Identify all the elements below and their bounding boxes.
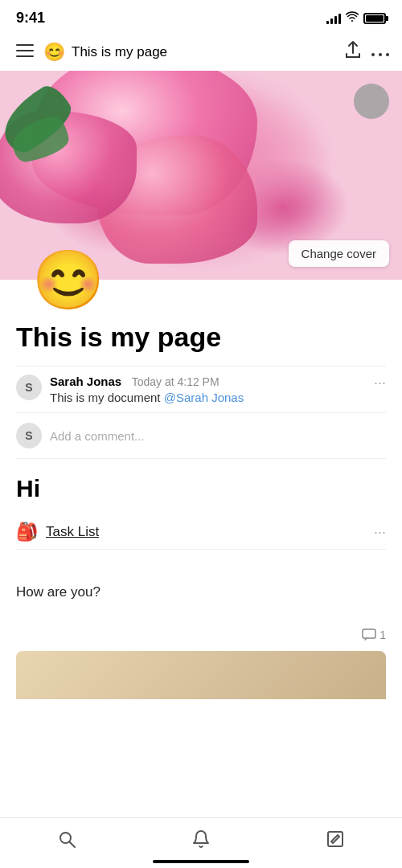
- notifications-nav-item[interactable]: [191, 829, 211, 849]
- task-label[interactable]: Task List: [46, 524, 99, 540]
- comment-more-icon[interactable]: ···: [374, 375, 386, 391]
- comment-icon: [362, 628, 376, 641]
- more-options-icon[interactable]: [371, 43, 389, 61]
- page-title-large: This is my page: [16, 321, 386, 353]
- status-icons: [326, 11, 386, 25]
- task-more-icon[interactable]: ···: [374, 524, 386, 541]
- top-nav: 😊 This is my page: [0, 33, 402, 71]
- comment-count-row: 1: [16, 622, 386, 648]
- task-list-item[interactable]: 🎒 Task List ···: [16, 515, 386, 550]
- page-emoji-nav: 😊: [43, 42, 65, 63]
- edit-nav-item[interactable]: [326, 829, 345, 849]
- comment-text: This is my document: [50, 391, 161, 404]
- author-info: Sarah Jonas Today at 4:12 PM This is my …: [50, 375, 386, 404]
- change-cover-button[interactable]: Change cover: [289, 240, 389, 267]
- add-comment-row[interactable]: S Add a comment...: [16, 412, 386, 459]
- comment-count: 1: [379, 628, 386, 641]
- share-icon[interactable]: [344, 40, 362, 63]
- page-content-area: 😊 This is my page S Sarah Jonas Today at…: [0, 248, 402, 699]
- svg-point-5: [386, 53, 389, 56]
- svg-rect-2: [16, 55, 34, 57]
- svg-point-4: [379, 53, 382, 56]
- svg-rect-1: [16, 50, 34, 51]
- mention-tag: @Sarah Jonas: [164, 391, 244, 404]
- home-indicator: [153, 860, 249, 863]
- bell-icon: [191, 829, 211, 849]
- nav-actions: [344, 40, 389, 63]
- task-emoji: 🎒: [16, 522, 38, 542]
- page-title-nav: This is my page: [72, 44, 344, 60]
- content-body: Hi 🎒 Task List ··· How are you? 1: [16, 459, 386, 699]
- add-comment-placeholder[interactable]: Add a comment...: [50, 429, 145, 443]
- comment-avatar: S: [16, 423, 42, 448]
- svg-rect-9: [328, 832, 343, 846]
- page-emoji-large: 😊: [32, 248, 96, 312]
- search-icon: [57, 829, 76, 849]
- body-text: How are you?: [16, 582, 386, 603]
- hamburger-menu-icon[interactable]: [13, 39, 37, 64]
- preview-strip: [16, 651, 386, 699]
- status-time: 9:41: [16, 10, 45, 27]
- wifi-icon: [346, 11, 359, 25]
- search-nav-item[interactable]: [57, 829, 76, 849]
- svg-rect-6: [363, 629, 375, 638]
- battery-icon: [363, 13, 386, 24]
- author-comment: This is my document @Sarah Jonas: [50, 391, 386, 404]
- svg-rect-0: [16, 44, 34, 46]
- author-name: Sarah Jonas: [50, 375, 121, 388]
- status-bar: 9:41: [0, 0, 402, 33]
- author-timestamp: Today at 4:12 PM: [132, 375, 219, 388]
- cover-circle-button[interactable]: [354, 84, 389, 119]
- content-heading: Hi: [16, 475, 386, 502]
- author-section: S Sarah Jonas Today at 4:12 PM This is m…: [16, 366, 386, 412]
- edit-icon: [326, 829, 345, 849]
- svg-point-3: [371, 53, 375, 56]
- svg-line-8: [70, 842, 76, 848]
- author-avatar: S: [16, 375, 42, 400]
- signal-icon: [326, 13, 341, 24]
